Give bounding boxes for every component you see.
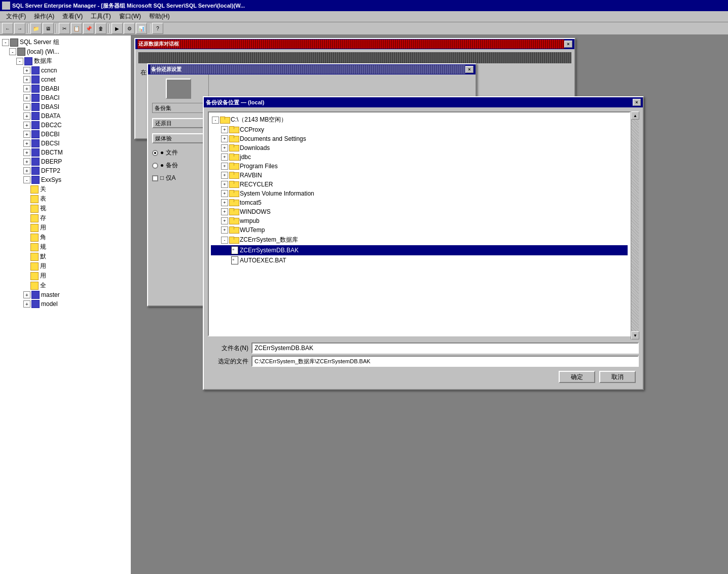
- expand-icon[interactable]: +: [23, 140, 30, 147]
- toolbar-delete[interactable]: 🗑: [95, 23, 106, 34]
- tree-item-cun[interactable]: 存: [2, 213, 129, 223]
- file-tree-programfiles[interactable]: + Program Files: [211, 162, 628, 171]
- programfiles-expand[interactable]: +: [221, 163, 228, 170]
- toolbar-cut[interactable]: ✂: [59, 23, 70, 34]
- expand-icon[interactable]: -: [16, 58, 23, 65]
- sysvolinfo-expand[interactable]: +: [221, 190, 228, 197]
- scrollbar-track[interactable]: [631, 120, 639, 331]
- expand-icon[interactable]: +: [23, 94, 30, 101]
- only-checkbox[interactable]: [152, 175, 158, 181]
- file-tree-wmpub[interactable]: + wmpub: [211, 216, 628, 225]
- toolbar-action3[interactable]: 📊: [136, 23, 147, 34]
- tree-item-dberp[interactable]: + DBERP: [2, 157, 129, 166]
- tree-item-yong3[interactable]: 用: [2, 271, 129, 281]
- menu-view[interactable]: 查看(V): [58, 11, 87, 22]
- expand-icon[interactable]: +: [23, 149, 30, 156]
- tree-item-yong2[interactable]: 用: [2, 261, 129, 271]
- tree-item-jiao[interactable]: 角: [2, 233, 129, 242]
- menu-action[interactable]: 操作(A): [30, 11, 58, 22]
- tree-item-databases[interactable]: - 数据库: [2, 56, 129, 66]
- expand-icon[interactable]: -: [9, 48, 16, 55]
- toolbar-help[interactable]: ?: [152, 23, 163, 34]
- filename-input[interactable]: [251, 342, 639, 354]
- restore-target-btn[interactable]: 还原目: [152, 118, 204, 128]
- tree-item-dbabi[interactable]: + DBABI: [2, 84, 129, 93]
- tree-item-dbcbi[interactable]: + DBCBI: [2, 130, 129, 139]
- expand-icon[interactable]: +: [23, 112, 30, 120]
- scrollbar-down[interactable]: ▼: [631, 331, 639, 339]
- root-expand[interactable]: -: [212, 117, 219, 124]
- wutemp-expand[interactable]: +: [221, 226, 228, 234]
- file-tree-wutemp[interactable]: + WUTemp: [211, 225, 628, 235]
- file-tree-docsettings[interactable]: + Documents and Settings: [211, 134, 628, 143]
- file-radio-label[interactable]: ● 文件: [152, 148, 204, 157]
- ravbin-expand[interactable]: +: [221, 172, 228, 179]
- file-tree-autoexec[interactable]: AUTOEXEC.BAT: [211, 255, 628, 265]
- menu-tools[interactable]: 工具(T): [87, 11, 115, 22]
- outer-dialog-close[interactable]: ×: [564, 41, 572, 48]
- tree-item-ccnet[interactable]: + ccnet: [2, 75, 129, 84]
- cancel-button[interactable]: 取消: [599, 371, 636, 383]
- file-tree-ravbin[interactable]: + RAVBIN: [211, 171, 628, 180]
- toolbar-action2[interactable]: ⚙: [124, 23, 135, 34]
- tree-item-dbctm[interactable]: + DBCTM: [2, 148, 129, 157]
- device-radio[interactable]: [152, 163, 158, 169]
- selected-file-input[interactable]: [251, 356, 639, 367]
- expand-icon[interactable]: +: [23, 122, 30, 129]
- tree-item-dbata[interactable]: + DBATA: [2, 111, 129, 121]
- file-tree-windows[interactable]: + WINDOWS: [211, 207, 628, 216]
- ccproxy-expand[interactable]: +: [221, 126, 228, 133]
- tree-item-dbaci[interactable]: + DBACI: [2, 93, 129, 102]
- wmpub-expand[interactable]: +: [221, 217, 228, 224]
- tree-item-master[interactable]: + master: [2, 290, 129, 299]
- tree-item-yong1[interactable]: 用: [2, 223, 129, 233]
- tree-item-local[interactable]: - (local) (Wi...: [2, 47, 129, 56]
- expand-icon[interactable]: +: [23, 131, 30, 138]
- tree-item-mo[interactable]: 默: [2, 252, 129, 261]
- inner-dialog-close[interactable]: ×: [465, 66, 474, 73]
- expand-icon[interactable]: +: [23, 85, 30, 92]
- expand-icon[interactable]: +: [23, 158, 30, 165]
- tree-item-biao[interactable]: 表: [2, 194, 129, 204]
- downloads-expand[interactable]: +: [221, 144, 228, 151]
- file-tree-scrollbar[interactable]: ▲ ▼: [631, 111, 639, 339]
- menu-help[interactable]: 帮助(H): [145, 11, 174, 22]
- toolbar-tree[interactable]: 🖥: [43, 23, 54, 34]
- toolbar-up[interactable]: 📁: [30, 23, 42, 34]
- tree-item-model[interactable]: + model: [2, 299, 129, 309]
- file-tree-tomcat5[interactable]: + tomcat5: [211, 198, 628, 207]
- windows-expand[interactable]: +: [221, 208, 228, 215]
- toolbar-paste[interactable]: 📌: [83, 23, 94, 34]
- recycler-expand[interactable]: +: [221, 181, 228, 188]
- expand-icon[interactable]: +: [23, 103, 30, 110]
- file-tree-jdbc[interactable]: + jdbc: [211, 152, 628, 162]
- file-tree-sysvolinfo[interactable]: + System Volume Information: [211, 189, 628, 198]
- tree-item-quan[interactable]: 全: [2, 281, 129, 290]
- jdbc-expand[interactable]: +: [221, 154, 228, 161]
- file-radio[interactable]: [152, 150, 158, 156]
- toolbar-forward[interactable]: →: [14, 23, 25, 34]
- tree-item-dbcsi[interactable]: + DBCSI: [2, 139, 129, 148]
- tomcat5-expand[interactable]: +: [221, 199, 228, 206]
- tree-item-guan[interactable]: 关: [2, 184, 129, 194]
- expand-icon[interactable]: +: [23, 167, 30, 174]
- tree-item-dbasi[interactable]: + DBASI: [2, 102, 129, 111]
- media-verify-btn[interactable]: 媒体验: [152, 133, 204, 143]
- zcerrsystem-expand[interactable]: -: [221, 237, 228, 244]
- expand-icon[interactable]: +: [23, 67, 30, 74]
- file-tree-downloads[interactable]: + Downloads: [211, 143, 628, 152]
- expand-icon[interactable]: -: [23, 176, 30, 183]
- expand-icon[interactable]: +: [23, 291, 30, 298]
- file-tree-ccproxy[interactable]: + CCProxy: [211, 125, 628, 134]
- expand-icon[interactable]: +: [23, 300, 30, 308]
- menu-window[interactable]: 窗口(W): [115, 11, 145, 22]
- file-tree-root[interactable]: - C:\（2143 MB空闲）: [211, 114, 628, 125]
- tree-item-sqlserver-group[interactable]: - SQL Server 组: [2, 37, 129, 47]
- file-tree-zcerrsystem[interactable]: - ZCErrSystem_数据库: [211, 235, 628, 245]
- menu-file[interactable]: 文件(F): [2, 11, 30, 22]
- tree-item-dftp2[interactable]: + DFTP2: [2, 166, 129, 175]
- docsettings-expand[interactable]: +: [221, 135, 228, 142]
- device-radio-label[interactable]: ● 备份: [152, 161, 204, 170]
- tree-item-dbc2c[interactable]: + DBC2C: [2, 121, 129, 130]
- expand-icon[interactable]: +: [23, 76, 30, 83]
